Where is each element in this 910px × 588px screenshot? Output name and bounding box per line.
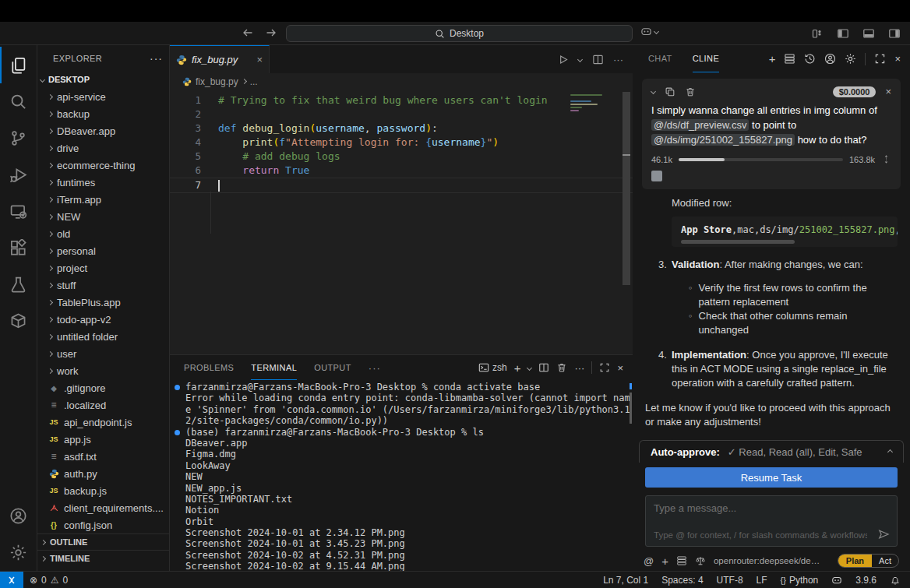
mcp-icon[interactable] bbox=[676, 555, 687, 566]
tree-item-dbeaver-app[interactable]: DBeaver.app bbox=[37, 122, 169, 139]
tree-item-api-service[interactable]: api-service bbox=[37, 88, 169, 105]
tab-cline[interactable]: CLINE bbox=[693, 45, 719, 72]
expand-view-icon[interactable] bbox=[874, 53, 886, 65]
status-item-lf[interactable]: LF bbox=[757, 575, 767, 586]
copy-task-icon[interactable] bbox=[665, 86, 675, 97]
breadcrumb[interactable]: fix_bug.py ... bbox=[170, 73, 633, 90]
activity-extensions[interactable] bbox=[0, 230, 37, 266]
tree-item-tableplus-app[interactable]: TablePlus.app bbox=[37, 294, 169, 311]
status-item-python[interactable]: {}Python bbox=[781, 575, 819, 586]
command-decoration-dot[interactable] bbox=[175, 385, 180, 390]
close-view-icon[interactable]: × bbox=[894, 53, 901, 65]
terminal-more-actions[interactable]: ··· bbox=[574, 362, 584, 374]
toggle-sidebar-right-icon[interactable] bbox=[887, 26, 902, 41]
tree-item-todo-app-v2[interactable]: todo-app-v2 bbox=[37, 311, 169, 328]
close-tab-icon[interactable]: × bbox=[256, 54, 263, 65]
split-editor-icon[interactable] bbox=[590, 51, 605, 67]
back-arrow-icon[interactable] bbox=[240, 25, 256, 40]
tab-terminal[interactable]: TERMINAL bbox=[251, 355, 297, 380]
file-mention[interactable]: @/ds/img/251002_155827.png bbox=[651, 134, 795, 146]
mode-toggle[interactable]: Plan Act bbox=[838, 554, 899, 568]
expand-context-icon[interactable] bbox=[881, 154, 891, 164]
tab-fix-bug-py[interactable]: fix_bug.py × bbox=[170, 45, 270, 73]
new-task-icon[interactable]: + bbox=[769, 52, 776, 65]
tree-item-api-endpoint-js[interactable]: JSapi_endpoint.js bbox=[37, 414, 169, 431]
tree-item-personal[interactable]: personal bbox=[37, 242, 169, 259]
bell-icon[interactable] bbox=[890, 575, 901, 586]
activity-containers[interactable] bbox=[0, 303, 37, 340]
tree-item-config-json[interactable]: {}config.json bbox=[37, 516, 169, 533]
kill-terminal-icon[interactable] bbox=[556, 362, 567, 373]
tree-item-work[interactable]: work bbox=[37, 362, 169, 379]
add-icon[interactable]: + bbox=[661, 555, 668, 568]
toggle-panel-icon[interactable] bbox=[861, 26, 876, 41]
chevron-down-icon[interactable] bbox=[577, 56, 583, 62]
tab-chat[interactable]: CHAT bbox=[648, 45, 672, 72]
copilot-icon[interactable] bbox=[831, 575, 842, 586]
problems-status[interactable]: ⊗ 0 ⚠ 0 bbox=[23, 575, 68, 586]
tree-item-app-js[interactable]: JSapp.js bbox=[37, 431, 169, 448]
status-item-ln-7-col-1[interactable]: Ln 7, Col 1 bbox=[603, 575, 648, 586]
split-terminal-icon[interactable] bbox=[538, 362, 549, 373]
gear-icon[interactable] bbox=[845, 53, 856, 65]
code-editor[interactable]: 1# Trying to fix that weird bug where us… bbox=[170, 90, 633, 354]
tab-problems[interactable]: PROBLEMS bbox=[184, 355, 234, 380]
resume-task-button[interactable]: Resume Task bbox=[645, 467, 898, 488]
status-item-3-9-6[interactable]: 3.9.6 bbox=[855, 575, 876, 586]
status-item-spaces-4[interactable]: Spaces: 4 bbox=[661, 575, 703, 586]
account-icon[interactable] bbox=[824, 53, 836, 65]
terminal-output[interactable]: farzanmirza@Farzans-MacBook-Pro-3 Deskto… bbox=[170, 380, 633, 571]
plan-mode-button[interactable]: Plan bbox=[838, 555, 872, 567]
context-mention-icon[interactable]: @ bbox=[644, 555, 654, 567]
command-decoration-dot[interactable] bbox=[175, 430, 180, 435]
tree-item--gitignore[interactable]: ◆.gitignore bbox=[37, 379, 169, 396]
panel-more-tabs[interactable]: ··· bbox=[369, 362, 381, 374]
activity-source-control[interactable] bbox=[0, 120, 37, 157]
act-mode-button[interactable]: Act bbox=[872, 555, 898, 567]
settings-button[interactable] bbox=[0, 534, 37, 571]
maximize-panel-icon[interactable] bbox=[599, 362, 610, 373]
tree-item-untitled-folder[interactable]: untitled folder bbox=[37, 328, 169, 345]
chevron-down-icon[interactable] bbox=[527, 364, 532, 370]
tree-item-stuff[interactable]: stuff bbox=[37, 276, 169, 294]
account-button[interactable] bbox=[0, 498, 37, 534]
customize-layout-icon[interactable] bbox=[809, 26, 825, 41]
close-task-icon[interactable]: × bbox=[885, 86, 891, 97]
copilot-menu[interactable] bbox=[640, 26, 658, 37]
command-center-search[interactable]: Desktop bbox=[286, 25, 633, 42]
collapse-task-icon[interactable] bbox=[651, 89, 656, 94]
tree-item-asdf-txt[interactable]: ≡asdf.txt bbox=[37, 448, 169, 465]
attachment-thumbnail[interactable] bbox=[651, 171, 662, 181]
editor-more-actions[interactable]: ··· bbox=[613, 54, 623, 65]
tree-item-funtimes[interactable]: funtimes bbox=[37, 174, 169, 191]
close-panel-icon[interactable]: × bbox=[617, 362, 623, 374]
tree-item-auth-py[interactable]: auth.py bbox=[37, 465, 169, 482]
status-item-utf-8[interactable]: UTF-8 bbox=[717, 575, 743, 586]
tree-item-backup[interactable]: backup bbox=[37, 105, 169, 122]
activity-run-debug[interactable] bbox=[0, 157, 37, 193]
message-input[interactable]: Type a message... Type @ for context, / … bbox=[645, 495, 898, 547]
tree-item-new[interactable]: NEW bbox=[37, 208, 169, 225]
tree-item-project[interactable]: project bbox=[37, 259, 169, 276]
tree-item-drive[interactable]: drive bbox=[37, 139, 169, 157]
tab-output[interactable]: OUTPUT bbox=[314, 355, 351, 380]
send-icon[interactable] bbox=[877, 528, 890, 540]
activity-search[interactable] bbox=[0, 83, 37, 120]
tree-root-desktop[interactable]: DESKTOP bbox=[37, 71, 169, 88]
tree-item-client-requirements-[interactable]: client_requirements.... bbox=[37, 499, 169, 516]
activity-explorer[interactable] bbox=[0, 47, 37, 83]
remote-indicator[interactable] bbox=[0, 572, 23, 588]
forward-arrow-icon[interactable] bbox=[263, 25, 279, 40]
tree-item-old[interactable]: old bbox=[37, 225, 169, 242]
editor-scrollbar[interactable] bbox=[623, 92, 630, 285]
history-icon[interactable] bbox=[804, 53, 816, 65]
tree-item-backup-js[interactable]: JSbackup.js bbox=[37, 482, 169, 499]
rules-icon[interactable] bbox=[695, 555, 706, 566]
delete-task-icon[interactable] bbox=[685, 86, 696, 97]
new-terminal-icon[interactable]: + bbox=[514, 361, 521, 375]
tree-item-iterm-app[interactable]: iTerm.app bbox=[37, 191, 169, 208]
toggle-sidebar-left-icon[interactable] bbox=[835, 26, 851, 41]
activity-testing[interactable] bbox=[0, 266, 37, 303]
file-mention[interactable]: @/ds/df_preview.csv bbox=[651, 119, 749, 131]
model-selector[interactable]: openrouter:deepseek/deepseek-r1... bbox=[714, 556, 821, 565]
